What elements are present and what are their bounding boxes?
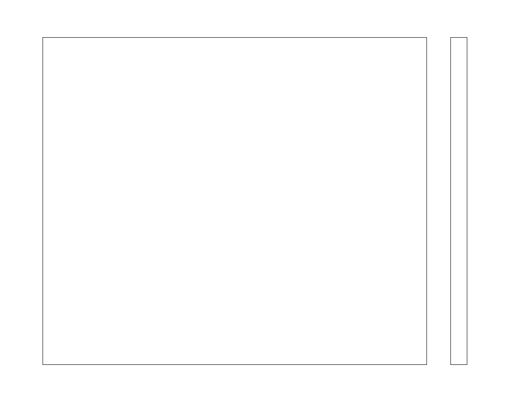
- colorbar-gradient: [451, 38, 467, 364]
- heatmap-canvas: [43, 38, 426, 364]
- figure: [0, 0, 532, 399]
- colorbar: [450, 37, 467, 365]
- plot-area: [43, 37, 427, 365]
